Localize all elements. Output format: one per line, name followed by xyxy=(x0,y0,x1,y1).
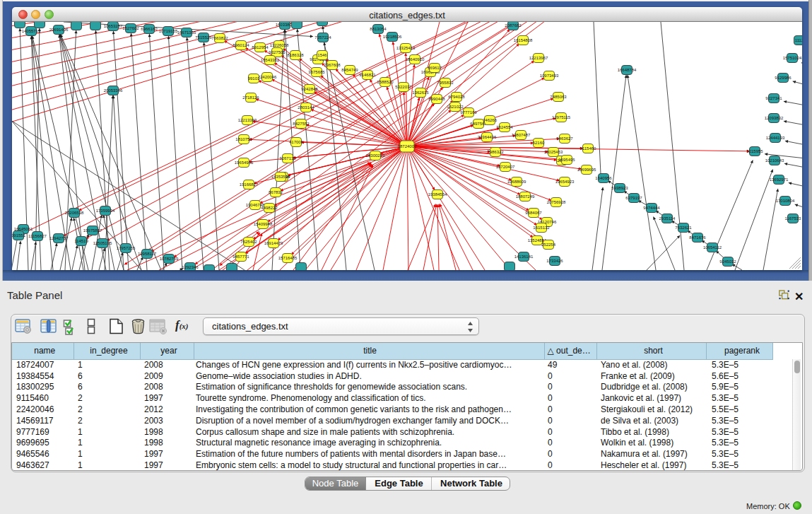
svg-text:20206538: 20206538 xyxy=(65,211,84,215)
svg-text:10973493: 10973493 xyxy=(540,74,559,78)
svg-text:8960124: 8960124 xyxy=(233,43,249,47)
svg-text:10719155: 10719155 xyxy=(159,29,178,33)
svg-text:1362615: 1362615 xyxy=(412,90,429,95)
svg-text:1546: 1546 xyxy=(317,53,327,57)
svg-text:10807487: 10807487 xyxy=(512,133,531,137)
svg-text:10688609: 10688609 xyxy=(507,180,526,184)
svg-text:9684067: 9684067 xyxy=(525,211,542,215)
svg-text:746266: 746266 xyxy=(483,118,498,122)
svg-text:7632621: 7632621 xyxy=(675,226,692,230)
svg-text:1810753: 1810753 xyxy=(235,137,252,141)
svg-text:7955812: 7955812 xyxy=(437,81,454,85)
svg-text:7357224: 7357224 xyxy=(314,35,331,40)
svg-text:18640910: 18640910 xyxy=(406,57,425,62)
svg-text:1588520: 1588520 xyxy=(377,80,394,84)
svg-text:1621022: 1621022 xyxy=(447,105,464,109)
svg-text:12444193: 12444193 xyxy=(766,136,785,140)
svg-text:20364436: 20364436 xyxy=(478,135,497,139)
svg-text:19166827: 19166827 xyxy=(240,182,259,187)
svg-text:1112: 1112 xyxy=(795,38,802,42)
svg-text:9457771: 9457771 xyxy=(233,255,249,259)
svg-text:16543362: 16543362 xyxy=(261,58,280,62)
svg-text:9146821: 9146821 xyxy=(359,73,376,77)
svg-text:6379197: 6379197 xyxy=(625,196,642,200)
svg-text:15751024: 15751024 xyxy=(783,56,802,60)
svg-text:10210643: 10210643 xyxy=(765,158,784,163)
svg-text:19975857: 19975857 xyxy=(83,228,102,233)
svg-text:16648784: 16648784 xyxy=(618,68,637,72)
svg-text:252254: 252254 xyxy=(541,243,556,247)
svg-text:9245012: 9245012 xyxy=(719,259,736,264)
svg-text:17010804: 17010804 xyxy=(776,199,795,203)
svg-text:5938923: 5938923 xyxy=(611,186,628,190)
svg-text:12942757: 12942757 xyxy=(49,236,69,240)
svg-text:12505195: 12505195 xyxy=(93,241,112,245)
svg-text:3675685: 3675685 xyxy=(308,70,325,74)
svg-text:62160: 62160 xyxy=(533,141,545,145)
svg-text:99101: 99101 xyxy=(248,76,260,81)
svg-text:16914479: 16914479 xyxy=(264,241,283,245)
svg-text:9777169: 9777169 xyxy=(460,110,477,115)
svg-text:991551: 991551 xyxy=(12,233,26,238)
svg-text:1292346: 1292346 xyxy=(182,265,199,269)
svg-text:1615132: 1615132 xyxy=(533,226,550,230)
svg-text:7663822: 7663822 xyxy=(211,36,228,40)
svg-text:1733426: 1733426 xyxy=(546,259,563,263)
svg-text:18724007: 18724007 xyxy=(398,144,417,148)
svg-text:3624554: 3624554 xyxy=(496,125,513,129)
svg-text:9242848: 9242848 xyxy=(301,87,318,91)
svg-text:19654985: 19654985 xyxy=(235,160,254,165)
svg-text:3267130: 3267130 xyxy=(279,156,296,160)
svg-text:8813054: 8813054 xyxy=(370,27,387,31)
svg-text:114519: 114519 xyxy=(74,239,88,243)
svg-text:8471676: 8471676 xyxy=(689,235,706,240)
svg-text:2718126: 2718126 xyxy=(242,95,259,100)
svg-text:11156827: 11156827 xyxy=(28,234,47,238)
svg-text:4498222: 4498222 xyxy=(261,206,278,210)
svg-text:16671355: 16671355 xyxy=(177,30,196,35)
svg-text:8454749: 8454749 xyxy=(341,68,358,72)
svg-text:7625402: 7625402 xyxy=(240,240,257,244)
svg-text:6966160: 6966160 xyxy=(141,27,158,31)
svg-text:867832: 867832 xyxy=(269,190,283,194)
svg-text:10958117: 10958117 xyxy=(138,252,157,256)
svg-text:14353594: 14353594 xyxy=(271,175,290,179)
svg-text:7485063: 7485063 xyxy=(550,95,567,99)
svg-text:2935114: 2935114 xyxy=(659,216,676,221)
svg-text:17957255: 17957255 xyxy=(117,246,136,250)
svg-text:12975115: 12975115 xyxy=(552,115,571,119)
svg-text:169617: 169617 xyxy=(428,66,442,70)
svg-text:12213967: 12213967 xyxy=(529,56,548,60)
svg-text:9227341: 9227341 xyxy=(765,96,782,100)
svg-text:13325419: 13325419 xyxy=(396,46,416,50)
svg-text:13692971: 13692971 xyxy=(770,177,789,182)
svg-text:16154808: 16154808 xyxy=(514,38,533,42)
svg-text:28300213: 28300213 xyxy=(366,153,385,158)
svg-text:9129986: 9129986 xyxy=(775,76,792,80)
svg-text:12213369: 12213369 xyxy=(238,118,257,122)
svg-text:13226058: 13226058 xyxy=(270,43,289,47)
svg-text:19384554: 19384554 xyxy=(428,192,447,197)
svg-text:14136141: 14136141 xyxy=(514,255,534,259)
svg-text:8186328: 8186328 xyxy=(287,53,304,57)
svg-text:8912954: 8912954 xyxy=(252,45,269,49)
svg-text:9474444: 9474444 xyxy=(643,206,660,210)
svg-text:20756928: 20756928 xyxy=(547,200,566,204)
svg-text:22420046: 22420046 xyxy=(258,75,277,79)
svg-text:1527602: 1527602 xyxy=(122,26,139,30)
svg-text:19654923: 19654923 xyxy=(555,180,575,184)
svg-text:15716485: 15716485 xyxy=(278,256,298,260)
svg-text:10025453: 10025453 xyxy=(544,150,563,154)
svg-text:7515526: 7515526 xyxy=(195,35,212,40)
svg-text:9215955: 9215955 xyxy=(746,149,763,153)
svg-text:14055713: 14055713 xyxy=(22,29,41,33)
svg-text:2367608: 2367608 xyxy=(324,63,341,67)
svg-text:15409948: 15409948 xyxy=(254,222,273,226)
svg-text:2087682: 2087682 xyxy=(505,23,522,28)
svg-text:1695495: 1695495 xyxy=(558,158,575,162)
svg-text:12093832: 12093832 xyxy=(765,116,784,120)
svg-text:19218506: 19218506 xyxy=(383,35,402,39)
svg-text:9463627: 9463627 xyxy=(556,136,573,141)
svg-text:15720407: 15720407 xyxy=(496,165,515,169)
svg-text:1640956: 1640956 xyxy=(595,176,612,180)
